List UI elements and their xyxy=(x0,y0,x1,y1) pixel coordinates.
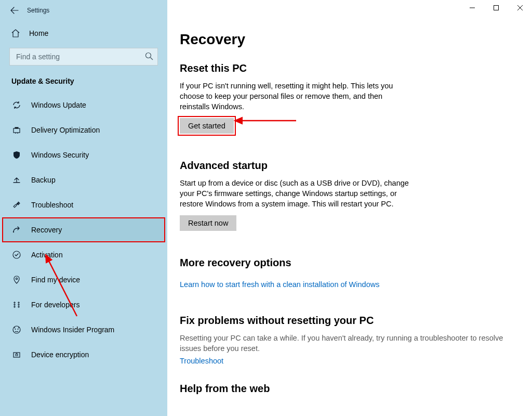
sidebar-item-activation[interactable]: Activation xyxy=(2,242,165,267)
fix-problems-heading: Fix problems without resetting your PC xyxy=(180,315,518,327)
sidebar-item-device-encryption[interactable]: Device encryption xyxy=(2,342,165,367)
sidebar-item-label: Windows Insider Program xyxy=(31,326,114,334)
sidebar-item-label: Find my device xyxy=(31,276,80,284)
search-input[interactable] xyxy=(9,48,158,66)
maximize-button[interactable] xyxy=(484,0,508,16)
window-title: Settings xyxy=(27,7,49,14)
svg-point-7 xyxy=(15,329,16,330)
shield-icon xyxy=(11,150,22,160)
titlebar-right xyxy=(167,0,532,21)
sidebar: Settings Home Update & Security Windows … xyxy=(0,0,167,416)
start-fresh-link[interactable]: Learn how to start fresh with a clean in… xyxy=(180,280,379,289)
reset-body: If your PC isn't running well, resetting… xyxy=(180,81,414,112)
restart-now-button[interactable]: Restart now xyxy=(180,215,236,231)
minimize-icon xyxy=(470,5,475,10)
back-button[interactable] xyxy=(6,2,23,19)
close-icon xyxy=(517,5,523,10)
sidebar-item-troubleshoot[interactable]: Troubleshoot xyxy=(2,192,165,217)
sidebar-item-for-developers[interactable]: For developers xyxy=(2,292,165,317)
fix-problems-body: Resetting your PC can take a while. If y… xyxy=(180,333,512,354)
insider-icon xyxy=(11,325,22,334)
sidebar-home-label: Home xyxy=(29,29,48,37)
home-icon xyxy=(10,29,21,38)
advanced-body: Start up from a device or disc (such as … xyxy=(180,178,414,209)
activation-icon xyxy=(11,250,22,259)
sidebar-item-windows-insider[interactable]: Windows Insider Program xyxy=(2,317,165,342)
content-pane: Recovery Reset this PC If your PC isn't … xyxy=(167,0,532,416)
sidebar-item-label: Windows Security xyxy=(31,151,89,159)
troubleshoot-link[interactable]: Troubleshoot xyxy=(180,357,223,365)
svg-point-8 xyxy=(18,329,19,330)
sidebar-item-label: Recovery xyxy=(31,226,62,234)
sidebar-home[interactable]: Home xyxy=(2,23,165,44)
sidebar-item-label: Activation xyxy=(31,251,63,259)
svg-point-4 xyxy=(13,251,20,258)
developers-icon xyxy=(11,300,22,309)
sync-icon xyxy=(11,100,22,110)
troubleshoot-icon xyxy=(11,200,22,210)
recovery-icon xyxy=(11,225,22,235)
sidebar-item-label: Backup xyxy=(31,176,56,184)
backup-icon xyxy=(11,175,22,185)
minimize-button[interactable] xyxy=(460,0,484,16)
sidebar-item-windows-security[interactable]: Windows Security xyxy=(2,142,165,167)
close-button[interactable] xyxy=(508,0,532,16)
sidebar-item-find-my-device[interactable]: Find my device xyxy=(2,267,165,292)
sidebar-item-delivery-optimization[interactable]: Delivery Optimization xyxy=(2,118,165,142)
find-device-icon xyxy=(11,275,22,284)
page-title: Recovery xyxy=(180,31,518,48)
sidebar-item-label: Device encryption xyxy=(31,350,89,359)
delivery-icon xyxy=(11,125,22,135)
svg-point-3 xyxy=(13,231,14,232)
sidebar-item-label: For developers xyxy=(31,301,79,309)
maximize-icon xyxy=(494,5,499,10)
svg-rect-2 xyxy=(14,128,20,133)
back-arrow-icon xyxy=(10,6,19,15)
sidebar-item-label: Troubleshoot xyxy=(31,201,73,209)
svg-point-5 xyxy=(16,278,17,279)
titlebar-left: Settings xyxy=(0,0,167,21)
help-heading: Help from the web xyxy=(180,383,518,395)
sidebar-item-backup[interactable]: Backup xyxy=(2,167,165,192)
encryption-icon xyxy=(11,350,22,359)
sidebar-item-recovery[interactable]: Recovery xyxy=(2,217,165,242)
svg-rect-10 xyxy=(16,354,18,356)
get-started-button[interactable]: Get started xyxy=(180,118,234,134)
sidebar-item-label: Delivery Optimization xyxy=(31,126,100,134)
sidebar-category: Update & Security xyxy=(2,66,165,93)
advanced-heading: Advanced startup xyxy=(180,160,518,172)
sidebar-item-windows-update[interactable]: Windows Update xyxy=(2,93,165,118)
sidebar-item-label: Windows Update xyxy=(31,101,86,109)
reset-heading: Reset this PC xyxy=(180,62,518,74)
more-options-heading: More recovery options xyxy=(180,257,518,269)
svg-rect-12 xyxy=(494,6,499,10)
